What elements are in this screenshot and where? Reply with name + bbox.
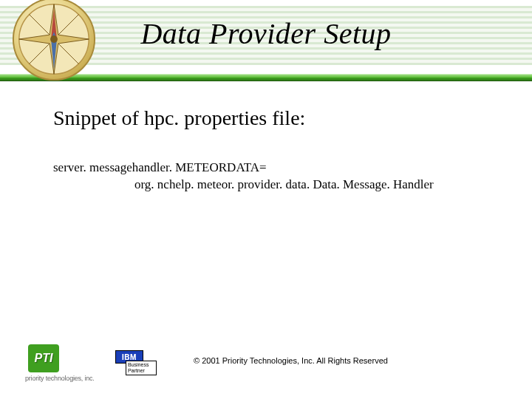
slide-title: Data Provider Setup	[0, 16, 532, 51]
slide-header: Data Provider Setup	[0, 0, 532, 87]
ibm-partner-label: Business Partner	[126, 361, 157, 375]
pti-logo: PTI priority technologies, inc.	[25, 344, 106, 387]
subheading: Snippet of hpc. properties file:	[53, 106, 497, 130]
snippet-line-1: server. messagehandler. METEORDATA=	[53, 160, 267, 174]
ibm-partner-badge: IBM Business Partner	[115, 350, 155, 375]
copyright-text: © 2001 Priority Technologies, Inc. All R…	[194, 356, 388, 365]
snippet-line-2: org. nchelp. meteor. provider. data. Dat…	[53, 177, 497, 194]
slide-body: Snippet of hpc. properties file: server.…	[53, 106, 497, 194]
pti-logo-box: PTI	[28, 344, 59, 372]
code-snippet: server. messagehandler. METEORDATA= org.…	[53, 160, 497, 194]
pti-logo-text: priority technologies, inc.	[25, 375, 106, 382]
slide-footer: PTI priority technologies, inc. IBM Busi…	[0, 337, 532, 389]
pti-logo-abbrev: PTI	[35, 352, 53, 365]
ibm-logo-text: IBM	[122, 353, 137, 361]
